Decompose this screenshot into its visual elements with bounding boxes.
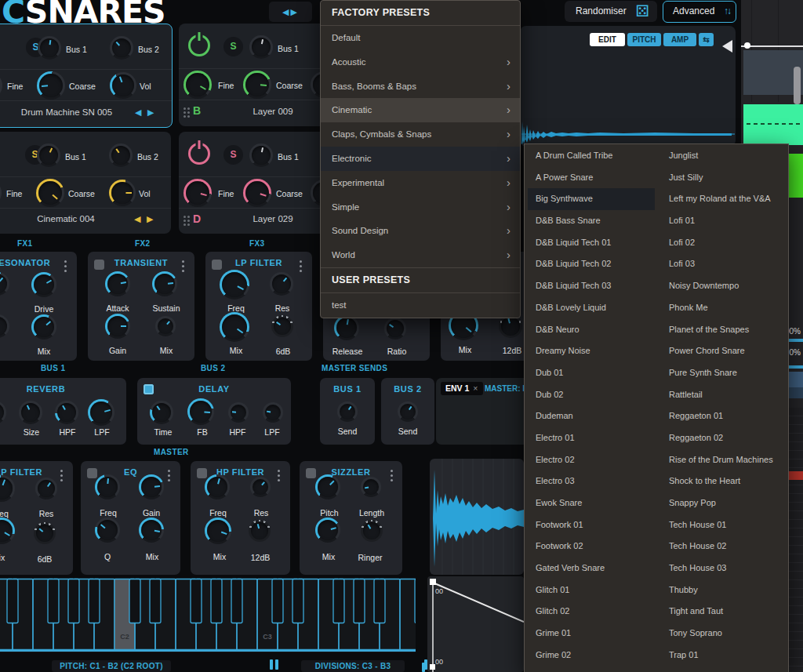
preset-item[interactable]: Gated Verb Snare xyxy=(528,558,655,579)
coarse-knob[interactable] xyxy=(37,71,65,100)
options-kebab-icon[interactable] xyxy=(182,260,184,263)
next-icon[interactable]: ▶ xyxy=(291,7,299,16)
preset-item[interactable]: Reggaeton 01 xyxy=(661,405,785,427)
send-knob[interactable] xyxy=(337,401,358,422)
preset-item[interactable]: Noisy Downtempo xyxy=(661,275,785,297)
range-split-marker[interactable] xyxy=(270,659,273,670)
preset-item[interactable]: Dub 01 xyxy=(528,362,655,384)
keyboard[interactable]: C2 C3 xyxy=(0,578,416,652)
preset-item[interactable]: D&B Bass Snare xyxy=(528,210,655,232)
ringer-knob[interactable] xyxy=(361,520,383,542)
fine-knob[interactable] xyxy=(183,71,212,99)
freq-knob[interactable] xyxy=(205,474,230,499)
bus2-knob[interactable] xyxy=(109,143,133,167)
preset-item[interactable]: Phonk Me xyxy=(661,297,785,319)
preset-item[interactable]: Planet of the Snapes xyxy=(661,319,785,341)
preset-category-item[interactable]: Cinematic › xyxy=(321,98,520,122)
slope-knob[interactable] xyxy=(34,522,56,544)
bus1-knob[interactable] xyxy=(37,143,60,167)
fx-panel-transient[interactable]: TRANSIENT Attack Sustain Gain Mix xyxy=(88,252,194,361)
fx-panel-lp-filter-1[interactable]: LP FILTER Freq Res Mix 6dB xyxy=(205,252,312,361)
range-split-marker[interactable] xyxy=(275,659,278,670)
layer-panel-c[interactable]: S Bus 1 Bus 2 Fine Coarse Vol Cinematic … xyxy=(0,132,171,234)
mix-knob[interactable] xyxy=(205,518,231,544)
lpf-knob[interactable] xyxy=(88,399,114,426)
send-knob[interactable] xyxy=(398,401,418,422)
bus1-send-panel[interactable]: BUS 1 Send xyxy=(320,378,375,445)
preset-item[interactable]: Dreamy Noise xyxy=(528,340,655,362)
fx-panel-resonator[interactable]: RESONATOR Size Drive Res Mix xyxy=(0,252,77,361)
preset-item[interactable]: D&B Lovely Liquid xyxy=(528,297,655,319)
preset-nav-arrows[interactable]: ◀▶ xyxy=(269,2,312,22)
options-kebab-icon[interactable] xyxy=(168,470,170,472)
randomiser-button[interactable]: Randomiser ⚄ xyxy=(565,1,657,22)
fx-panel-sizzler[interactable]: SIZZLER Pitch Length Mix Ringer xyxy=(300,461,402,575)
drag-handle-icon[interactable] xyxy=(183,107,186,110)
preset-item[interactable]: Pure Synth Snare xyxy=(661,362,785,384)
solo-button[interactable]: S xyxy=(223,37,243,56)
preset-item[interactable]: Thubby xyxy=(661,579,785,601)
size-knob[interactable] xyxy=(0,272,9,296)
preset-category-item[interactable]: Simple › xyxy=(321,195,520,220)
layer-panel-a[interactable]: S Bus 1 Bus 2 Fine Coarse Vol Drum Machi… xyxy=(0,24,173,128)
preset-category-item[interactable]: Electronic › xyxy=(321,147,520,171)
q-knob[interactable] xyxy=(95,518,120,543)
attack-knob[interactable] xyxy=(105,271,130,296)
decay-knob[interactable] xyxy=(0,401,6,424)
res-knob[interactable] xyxy=(250,477,271,497)
user-preset-item[interactable]: test xyxy=(321,293,520,318)
mix-knob[interactable] xyxy=(0,518,15,544)
scrollbar-thumb[interactable] xyxy=(794,67,801,104)
time-knob[interactable] xyxy=(150,401,173,424)
freq-knob[interactable] xyxy=(0,475,15,502)
hpf-knob[interactable] xyxy=(228,402,249,423)
mix-knob[interactable] xyxy=(315,518,340,543)
sustain-knob[interactable] xyxy=(152,271,177,296)
mix-knob[interactable] xyxy=(31,314,56,340)
preset-item[interactable]: Lofi 03 xyxy=(661,253,785,275)
piano-keys[interactable] xyxy=(0,578,416,652)
release-knob[interactable] xyxy=(334,315,359,340)
preset-category-item[interactable]: Claps, Cymbals & Snaps › xyxy=(321,122,520,147)
range-end-marker[interactable] xyxy=(424,659,427,670)
vol-knob[interactable] xyxy=(110,72,136,99)
mix-knob[interactable] xyxy=(155,316,176,336)
fx-panel-eq[interactable]: EQ Freq Gain Q Mix xyxy=(81,461,180,575)
swap-icon[interactable]: ⇆ xyxy=(699,33,714,46)
preset-category-item[interactable]: Experimental › xyxy=(321,171,520,195)
prev-sample-icon[interactable]: ◀ xyxy=(135,107,141,118)
preset-item[interactable]: Just Silly xyxy=(661,167,785,189)
mix-knob[interactable] xyxy=(220,312,249,342)
sample-waveform-panel[interactable] xyxy=(430,459,524,575)
preset-category-item[interactable]: Bass, Booms & Baps › xyxy=(321,74,520,99)
preset-item[interactable]: Lofi 01 xyxy=(661,210,785,232)
advanced-button[interactable]: Advanced ↑↓ xyxy=(663,1,736,23)
fx-panel-lp-filter-3[interactable]: LP FILTER Freq Res Mix 6dB xyxy=(0,461,73,575)
preset-item[interactable]: Tony Soprano xyxy=(661,623,785,645)
prev-icon[interactable]: ◀ xyxy=(282,7,290,16)
coarse-knob[interactable] xyxy=(243,71,271,99)
preset-item[interactable]: Reggaeton 02 xyxy=(661,427,785,449)
fine-knob[interactable] xyxy=(0,72,2,99)
power-icon[interactable] xyxy=(188,143,210,165)
preset-item[interactable]: D&B Neuro xyxy=(528,319,655,341)
preset-item[interactable]: Grime 02 xyxy=(528,645,655,667)
preset-item[interactable]: A Power Snare xyxy=(528,167,655,189)
preset-item[interactable]: Footwork 02 xyxy=(528,536,655,558)
dice-icon[interactable]: ⚄ xyxy=(636,2,649,20)
fb-knob[interactable] xyxy=(187,398,214,425)
close-icon[interactable]: × xyxy=(473,383,478,393)
preset-item[interactable]: Big Synthwave xyxy=(528,188,655,210)
preset-item[interactable]: Shock to the Heart xyxy=(661,470,785,492)
ratio-knob[interactable] xyxy=(384,318,406,340)
param-bar[interactable] xyxy=(787,365,803,369)
freq-knob[interactable] xyxy=(95,474,120,499)
layer-sample-name[interactable]: Drum Machine SN 005 xyxy=(4,107,129,117)
preset-item[interactable]: Tech House 01 xyxy=(661,514,785,536)
length-knob[interactable] xyxy=(361,477,381,497)
hpf-knob[interactable] xyxy=(55,401,78,424)
layer-sample-name[interactable]: Cinematic 004 xyxy=(3,214,129,223)
preset-item[interactable]: Lofi 02 xyxy=(661,232,785,254)
preset-item[interactable]: Rise of the Drum Machines xyxy=(661,449,785,471)
coarse-knob[interactable] xyxy=(243,179,271,207)
